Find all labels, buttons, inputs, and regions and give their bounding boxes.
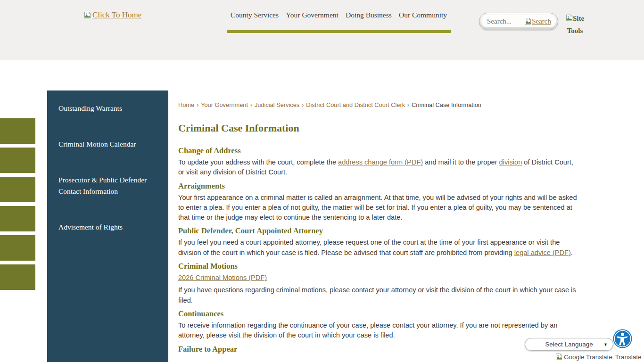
- section-heading-arraignments: Arraignments: [178, 181, 580, 191]
- sidebar-nav: Outstanding WarrantsCriminal Motion Cale…: [47, 90, 168, 362]
- quick-link-tiles: [0, 118, 35, 290]
- search-field-area: Search: [481, 15, 556, 27]
- quick-link-tile[interactable]: [0, 118, 35, 144]
- search-box: Search: [479, 13, 558, 30]
- breadcrumb: Home›Your Government›Judicial Services›D…: [178, 101, 481, 108]
- section-heading-public-defender-court-appointed-attorney: Public Defender, Court Appointed Attorne…: [178, 226, 580, 236]
- breadcrumb-link-home[interactable]: Home: [178, 101, 194, 108]
- breadcrumb-separator: ›: [407, 102, 409, 108]
- breadcrumb-link-your-government[interactable]: Your Government: [201, 101, 248, 108]
- language-select-label: Select Language: [545, 341, 593, 348]
- section-heading-continuances: Continuances: [178, 309, 580, 319]
- quick-link-tile[interactable]: [0, 206, 35, 231]
- breadcrumb-link-judicial-services[interactable]: Judicial Services: [255, 101, 299, 108]
- paragraph-text: To receive information regarding the con…: [178, 321, 557, 339]
- inline-link-legal-advice-pdf[interactable]: legal advice (PDF): [514, 249, 571, 256]
- quick-link-tile[interactable]: [0, 235, 35, 261]
- breadcrumb-separator: ›: [197, 102, 198, 108]
- paragraph: If you feel you need a court appointed a…: [178, 238, 580, 258]
- accessibility-icon: [613, 329, 632, 348]
- chevron-down-icon: ▼: [603, 342, 608, 347]
- paragraph-text: .: [571, 249, 573, 256]
- site-tools-button[interactable]: Site Tools: [564, 12, 586, 37]
- breadcrumb-separator: ›: [302, 102, 304, 108]
- section-heading-failure-to-appear: Failure to Appear: [178, 345, 580, 354]
- search-button[interactable]: Search: [524, 17, 551, 25]
- nav-item-our-community[interactable]: Our Community: [399, 11, 447, 19]
- paragraph: 2026 Criminal Motions (PDF): [178, 273, 580, 283]
- broken-image-icon: [84, 11, 91, 19]
- paragraph: Your first appearance on a criminal matt…: [178, 193, 580, 223]
- paragraph: If you have questions regarding criminal…: [178, 285, 580, 305]
- paragraph: To receive information regarding the con…: [178, 321, 580, 341]
- broken-image-icon: [524, 17, 531, 25]
- home-logo-link[interactable]: Click To Home: [84, 10, 141, 20]
- search-button-label: Search: [532, 17, 551, 25]
- inline-link-2026-criminal-motions-pdf[interactable]: 2026 Criminal Motions (PDF): [178, 274, 267, 281]
- breadcrumb-current: Criminal Case Information: [412, 101, 481, 108]
- paragraph-text: Your first appearance on a criminal matt…: [178, 194, 577, 222]
- section-heading-criminal-motions: Criminal Motions: [178, 262, 580, 271]
- sidebar-item-outstanding-warrants[interactable]: Outstanding Warrants: [47, 90, 168, 126]
- sidebar-item-prosecutor-public-defender-contact-information[interactable]: Prosecutor & Public Defender Contact Inf…: [47, 162, 168, 209]
- translate-label: Translate: [615, 354, 642, 361]
- google-translate-logo-alt: Google Translate: [564, 354, 612, 361]
- main-nav: County ServicesYour GovernmentDoing Busi…: [227, 11, 451, 19]
- section-heading-change-of-address: Change of Address: [178, 146, 580, 156]
- quick-link-tile[interactable]: [0, 177, 35, 202]
- language-select-dropdown[interactable]: Select Language ▼: [525, 338, 613, 351]
- sidebar-item-advisement-of-rights[interactable]: Advisement of Rights: [47, 209, 168, 245]
- google-translate-attribution: Google Translate Translate: [555, 353, 642, 361]
- broken-image-icon: [555, 353, 562, 361]
- paragraph: To update your address with the court, c…: [178, 157, 580, 178]
- paragraph-text: To update your address with the court, c…: [178, 158, 338, 166]
- paragraph-text: If you feel you need a court appointed a…: [178, 239, 560, 256]
- quick-link-tile[interactable]: [0, 264, 35, 290]
- header: Click To Home County ServicesYour Govern…: [0, 0, 644, 60]
- nav-item-your-government[interactable]: Your Government: [286, 11, 339, 19]
- accessibility-button[interactable]: [613, 329, 632, 348]
- broken-image-icon: [566, 14, 573, 22]
- main-content: Criminal Case Information Change of Addr…: [178, 122, 580, 356]
- breadcrumb-separator: ›: [250, 102, 252, 108]
- sidebar-item-criminal-motion-calendar[interactable]: Criminal Motion Calendar: [47, 126, 168, 162]
- quick-link-tile[interactable]: [0, 148, 35, 173]
- nav-accent-bar: [227, 30, 451, 33]
- home-logo-label: Click To Home: [92, 10, 141, 20]
- breadcrumb-link-district-court-and-district-court-clerk[interactable]: District Court and District Court Clerk: [306, 101, 405, 108]
- nav-item-doing-business[interactable]: Doing Business: [346, 11, 392, 19]
- nav-item-county-services[interactable]: County Services: [231, 11, 279, 19]
- search-input[interactable]: [486, 17, 524, 26]
- sections-container: Change of AddressTo update your address …: [178, 146, 580, 354]
- paragraph-text: If you have questions regarding criminal…: [178, 286, 576, 304]
- paragraph-text: and mail it to the proper: [423, 158, 499, 166]
- inline-link-division[interactable]: division: [499, 158, 522, 166]
- inline-link-address-change-form-pdf[interactable]: address change form (PDF): [338, 158, 423, 166]
- page-title: Criminal Case Information: [178, 122, 580, 135]
